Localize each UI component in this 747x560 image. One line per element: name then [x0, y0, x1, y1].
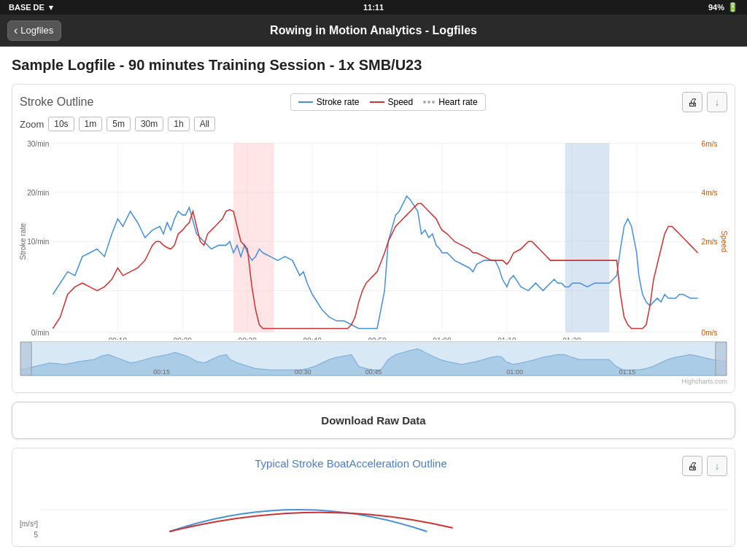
print-icon-2: 🖨 — [687, 460, 697, 472]
typical-stroke-print-button[interactable]: 🖨 — [682, 456, 703, 476]
print-icon: 🖨 — [687, 96, 697, 108]
zoom-10s[interactable]: 10s — [48, 117, 74, 131]
svg-text:0/min: 0/min — [31, 329, 50, 337]
svg-text:00:15: 00:15 — [153, 368, 170, 376]
typical-stroke-actions: 🖨 ↓ — [682, 456, 727, 476]
main-chart: 30/min 20/min 10/min 0/min 6m/s 4m/s 2m/… — [20, 136, 727, 340]
svg-text:2m/s: 2m/s — [702, 238, 718, 246]
typical-stroke-svg — [41, 481, 727, 539]
wifi-icon: ▾ — [49, 3, 53, 12]
svg-text:4m/s: 4m/s — [702, 189, 718, 197]
legend-heart-rate-label: Heart rate — [438, 97, 477, 107]
battery-label: 94% — [708, 3, 724, 12]
svg-text:00:30: 00:30 — [239, 337, 258, 340]
download-icon-2: ↓ — [715, 460, 720, 472]
typical-stroke-y-label: [m/s²] — [20, 520, 38, 528]
typical-stroke-y-value: 5 — [34, 531, 38, 539]
chart-svg: 30/min 20/min 10/min 0/min 6m/s 4m/s 2m/… — [20, 136, 727, 340]
chart-actions: 🖨 ↓ — [682, 92, 727, 112]
zoom-all[interactable]: All — [194, 117, 215, 131]
zoom-5m[interactable]: 5m — [107, 117, 131, 131]
print-button[interactable]: 🖨 — [682, 92, 703, 112]
svg-text:20/min: 20/min — [27, 189, 50, 197]
zoom-1h[interactable]: 1h — [168, 117, 189, 131]
zoom-label: Zoom — [20, 119, 44, 130]
svg-text:01:00: 01:00 — [506, 368, 523, 376]
navigator-svg: 00:15 00:30 00:45 01:00 01:15 — [20, 342, 727, 376]
svg-text:00:30: 00:30 — [295, 368, 311, 376]
status-time: 11:11 — [363, 3, 384, 12]
typical-stroke-section: Typical Stroke BoatAcceleration Outline … — [12, 448, 735, 547]
status-bar: BASE DE ▾ 11:11 94% 🔋 — [0, 0, 747, 15]
download-chart-button[interactable]: ↓ — [707, 92, 727, 112]
svg-text:Speed: Speed — [720, 230, 727, 252]
svg-text:01:20: 01:20 — [562, 337, 581, 340]
svg-text:00:45: 00:45 — [365, 368, 382, 376]
svg-text:Stroke rate: Stroke rate — [20, 223, 27, 260]
zoom-1m[interactable]: 1m — [79, 117, 103, 131]
svg-text:01:00: 01:00 — [433, 337, 452, 340]
typical-stroke-svg-area — [41, 481, 727, 539]
svg-text:6m/s: 6m/s — [702, 139, 718, 147]
nav-bar: ‹ Logfiles Rowing in Motion Analytics - … — [0, 15, 747, 47]
navigator-chart[interactable]: 00:15 00:30 00:45 01:00 01:15 — [20, 341, 727, 376]
nav-title: Rowing in Motion Analytics - Logfiles — [270, 24, 477, 37]
svg-rect-36 — [20, 342, 31, 376]
typical-stroke-title: Typical Stroke BoatAcceleration Outline — [255, 457, 446, 470]
stroke-outline-section: Stroke Outline Stroke rate Speed H — [12, 84, 735, 393]
legend-speed: Speed — [370, 97, 414, 107]
legend-heart-rate: Heart rate — [423, 97, 477, 107]
chart-legend: Stroke rate Speed Heart rate — [290, 93, 486, 111]
svg-text:01:15: 01:15 — [619, 368, 636, 376]
svg-text:00:20: 00:20 — [174, 337, 193, 340]
legend-dot-2 — [427, 101, 430, 104]
svg-text:01:10: 01:10 — [498, 337, 516, 340]
back-button[interactable]: ‹ Logfiles — [7, 20, 61, 41]
legend-dot-1 — [423, 101, 426, 104]
highcharts-credit: Highcharts.com — [20, 378, 727, 385]
legend-stroke-rate: Stroke rate — [298, 97, 360, 107]
svg-text:00:40: 00:40 — [303, 337, 322, 340]
svg-text:00:50: 00:50 — [368, 337, 387, 340]
download-raw-data-button[interactable]: Download Raw Data — [12, 402, 735, 439]
battery-icon: 🔋 — [727, 2, 738, 12]
svg-text:00:10: 00:10 — [109, 337, 128, 340]
chart-header: Stroke Outline Stroke rate Speed H — [20, 92, 727, 112]
svg-text:10/min: 10/min — [27, 238, 50, 246]
zoom-bar: Zoom 10s 1m 5m 30m 1h All — [20, 117, 727, 131]
legend-stroke-rate-label: Stroke rate — [317, 97, 360, 107]
status-right: 94% 🔋 — [708, 2, 738, 12]
stroke-outline-title: Stroke Outline — [20, 96, 93, 109]
zoom-30m[interactable]: 30m — [135, 117, 163, 131]
legend-speed-line — [370, 101, 384, 103]
svg-text:30/min: 30/min — [27, 139, 50, 147]
legend-heart-rate-dots — [423, 101, 435, 104]
download-chart-icon: ↓ — [715, 96, 720, 108]
typical-stroke-header: Typical Stroke BoatAcceleration Outline … — [20, 456, 727, 476]
back-arrow-icon: ‹ — [14, 24, 18, 37]
carrier-label: BASE DE — [9, 3, 44, 12]
legend-dot-3 — [432, 101, 435, 104]
svg-rect-37 — [716, 342, 727, 376]
svg-rect-15 — [565, 143, 610, 332]
typical-stroke-download-button[interactable]: ↓ — [707, 456, 727, 476]
page-title: Sample Logfile - 90 minutes Training Ses… — [12, 57, 735, 74]
back-label: Logfiles — [20, 25, 53, 36]
main-content: Sample Logfile - 90 minutes Training Ses… — [0, 47, 747, 560]
svg-text:0m/s: 0m/s — [702, 329, 718, 337]
status-left: BASE DE ▾ — [9, 3, 53, 12]
legend-speed-label: Speed — [388, 97, 414, 107]
legend-stroke-rate-line — [298, 101, 313, 103]
typical-stroke-chart: [m/s²] 5 — [20, 481, 727, 539]
